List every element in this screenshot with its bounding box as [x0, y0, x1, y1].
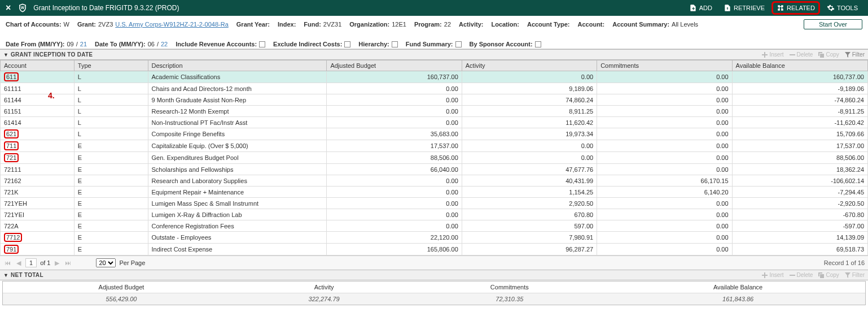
col-activity[interactable]: Activity [462, 60, 597, 71]
table-row[interactable]: 722AEConference Registration Fees0.00597… [1, 220, 868, 232]
cell-budget: 0.00 [327, 198, 462, 209]
table-row[interactable]: 7712EOutstate - Employees22,120.007,980.… [1, 232, 868, 244]
col-desc[interactable]: Description [148, 60, 327, 71]
fund-summary-checkbox[interactable] [455, 41, 462, 47]
hierarchy-checkbox[interactable] [392, 41, 398, 47]
table-row[interactable]: 611LAcademic Classifications160,737.000.… [1, 71, 868, 83]
date-to-label: Date To (MM/YY): [95, 41, 146, 47]
include-rev-checkbox[interactable] [259, 41, 265, 47]
cell-account[interactable]: 621 [1, 128, 74, 140]
add-button[interactable]: ADD [685, 2, 717, 14]
col-budget[interactable]: Adjusted Budget [327, 60, 462, 71]
prev-page-icon[interactable]: ◀ [15, 259, 22, 267]
close-icon[interactable]: × [6, 3, 11, 13]
table-row[interactable]: 61414LNon-Instructional PT Fac/Instr Ass… [1, 117, 868, 128]
plus-icon [762, 272, 768, 278]
caret-down-icon[interactable]: ▼ [3, 52, 8, 58]
cell-budget: 0.00 [327, 220, 462, 232]
account-label: Account: [578, 21, 605, 28]
table-row[interactable]: 791EIndirect Cost Expense165,806.0096,28… [1, 244, 868, 255]
cell-account[interactable]: 7712 [1, 232, 74, 244]
table-row[interactable]: 621LComposite Fringe Benefits35,683.0019… [1, 128, 868, 140]
cell-balance: 17,537.00 [732, 140, 867, 152]
table-row[interactable]: 721KEEquipment Repair + Maintenance0.001… [1, 187, 868, 198]
col-commit[interactable]: Commitments [597, 60, 732, 71]
cell-desc: Scholarships and Fellowships [148, 164, 327, 175]
cell-activity: 0.00 [462, 71, 597, 83]
cell-balance: -74,860.24 [732, 94, 867, 106]
cell-commit: 0.00 [597, 106, 732, 117]
retrieve-button[interactable]: RETRIEVE [719, 2, 769, 14]
delete-button[interactable]: Delete [790, 272, 813, 278]
cell-activity: 7,980.91 [462, 232, 597, 244]
table-row[interactable]: 61144L9 Month Graduate Assist Non-Rep0.0… [1, 94, 868, 106]
insert-button[interactable]: Insert [762, 51, 783, 58]
cell-account[interactable]: 791 [1, 244, 74, 255]
first-page-icon[interactable]: ⏮ [3, 259, 12, 266]
start-over-button[interactable]: Start Over [804, 19, 862, 29]
cell-account[interactable]: 722A [1, 220, 74, 232]
cell-desc: Conference Registration Fees [148, 220, 327, 232]
insert-button[interactable]: Insert [762, 272, 783, 278]
table-row[interactable]: 721EGen. Expenditures Budget Pool88,506.… [1, 152, 868, 164]
cell-account[interactable]: 61151 [1, 106, 74, 117]
by-sponsor-label: By Sponsor Account: [470, 41, 533, 47]
col-type[interactable]: Type [74, 60, 148, 71]
cell-balance: -7,294.45 [732, 187, 867, 198]
copy-button[interactable]: Copy [818, 51, 839, 58]
table-row[interactable]: 61111LChairs and Acad Directors-12 month… [1, 83, 868, 94]
table-row[interactable]: 711ECapitalizable Equip. (Over $ 5,000)1… [1, 140, 868, 152]
delete-button[interactable]: Delete [790, 51, 813, 58]
cell-activity: 0.00 [462, 152, 597, 164]
app-header: × W Grant Inception to Date FRIGITD 9.3.… [0, 0, 868, 16]
cell-account[interactable]: 72162 [1, 175, 74, 187]
cell-balance: 15,709.66 [732, 128, 867, 140]
org-val: 12E1 [392, 21, 406, 28]
add-label: ADD [699, 5, 712, 11]
col-account[interactable]: Account [1, 60, 74, 71]
annotation-4: 4. [48, 91, 55, 100]
grant-link[interactable]: U.S. Army Corps-W912HZ-21-2-0048-Ra [115, 21, 229, 28]
last-page-icon[interactable]: ⏭ [64, 259, 72, 266]
cell-account[interactable]: 721YEH [1, 198, 74, 209]
cell-account[interactable]: 721YEI [1, 209, 74, 220]
section-title: NET TOTAL [11, 272, 43, 278]
table-row[interactable]: 72162EResearch and Laboratory Supplies0.… [1, 175, 868, 187]
table-row[interactable]: 61151LResearch-12 Month Exempt0.008,911.… [1, 106, 868, 117]
page-title: Grant Inception to Date FRIGITD 9.3.22 (… [33, 4, 684, 12]
cell-account[interactable]: 611 [1, 71, 74, 83]
cell-account[interactable]: 72111 [1, 164, 74, 175]
related-button[interactable]: RELATED [771, 1, 820, 15]
next-page-icon[interactable]: ▶ [54, 259, 60, 267]
cell-budget: 0.00 [327, 106, 462, 117]
copy-button[interactable]: Copy [818, 272, 839, 278]
filter-button[interactable]: Filter [845, 272, 865, 278]
data-grid: Account Type Description Adjusted Budget… [0, 60, 868, 255]
cell-desc: Research-12 Month Exempt [148, 106, 327, 117]
table-row[interactable]: 721YEHELumigen Mass Spec & Small Instrum… [1, 198, 868, 209]
record-info: Record 1 of 16 [824, 259, 865, 266]
grant-val: 2VZ3 [98, 21, 113, 28]
cell-commit: 0.00 [597, 128, 732, 140]
col-balance[interactable]: Available Balance [732, 60, 867, 71]
by-sponsor-checkbox[interactable] [535, 41, 541, 47]
filter-button[interactable]: Filter [845, 51, 865, 58]
cell-budget: 0.00 [327, 175, 462, 187]
cell-account[interactable]: 711 [1, 140, 74, 152]
exclude-indirect-checkbox[interactable] [344, 41, 350, 47]
cell-account[interactable]: 61111 [1, 83, 74, 94]
per-page-select[interactable]: 20 [96, 258, 116, 267]
table-row[interactable]: 72111EScholarships and Fellowships66,040… [1, 164, 868, 175]
cell-desc: Outstate - Employees [148, 232, 327, 244]
caret-down-icon[interactable]: ▼ [3, 272, 8, 278]
table-row[interactable]: 721YEIELumigen X-Ray & Diffraction Lab0.… [1, 209, 868, 220]
cell-commit: 0.00 [597, 94, 732, 106]
cell-account[interactable]: 61414 [1, 117, 74, 128]
cell-activity: 11,620.42 [462, 117, 597, 128]
cell-account[interactable]: 721 [1, 152, 74, 164]
cell-account[interactable]: 721K [1, 187, 74, 198]
totals-activity-val: 322,274.79 [240, 293, 408, 305]
cell-account[interactable]: 61144 [1, 94, 74, 106]
cell-type: L [74, 94, 148, 106]
tools-button[interactable]: TOOLS [822, 2, 862, 14]
